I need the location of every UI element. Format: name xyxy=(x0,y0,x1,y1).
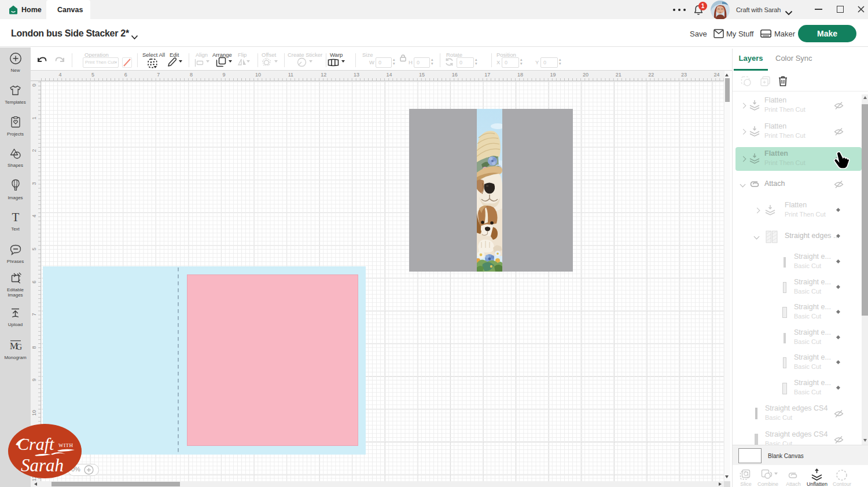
svg-text:T: T xyxy=(12,211,19,224)
svg-text:G: G xyxy=(16,343,22,351)
svg-text:Craft: Craft xyxy=(17,434,54,453)
svg-text:WITH: WITH xyxy=(58,442,73,448)
svg-text:Sarah: Sarah xyxy=(21,455,64,475)
